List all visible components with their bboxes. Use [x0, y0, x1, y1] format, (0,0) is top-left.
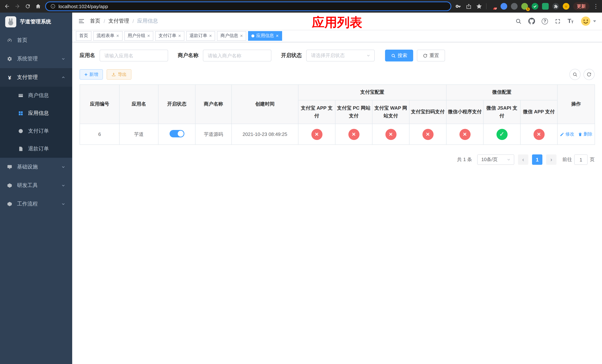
goto-page-input[interactable] — [574, 154, 588, 165]
col-wx-lite: 微信小程序支付 — [446, 100, 483, 124]
browser-actions: 10 1 更新 ⋮ — [455, 2, 598, 10]
toggle-search-button[interactable] — [570, 69, 580, 80]
close-icon[interactable]: × — [276, 33, 279, 38]
sidebar-item-workflow[interactable]: 工作流程 — [0, 195, 72, 213]
sidebar-item-refund-orders[interactable]: 退款订单 — [0, 140, 72, 158]
breadcrumb-separator: / — [133, 18, 134, 24]
reset-button[interactable]: 重置 — [417, 50, 445, 62]
chevron-up-icon — [61, 75, 65, 80]
pagination: 共 1 条 10条/页 ‹ 1 › 前往 页 — [80, 154, 595, 165]
cell-alipay-pc: × — [335, 124, 372, 145]
gear-icon — [7, 56, 13, 62]
status-toggle[interactable] — [169, 130, 184, 137]
prev-page-button[interactable]: ‹ — [518, 154, 528, 165]
sidebar-item-infrastructure[interactable]: 基础设施 — [0, 158, 72, 176]
menu-fold-icon[interactable] — [78, 18, 85, 24]
delete-link[interactable]: 删除 — [578, 131, 592, 137]
close-icon[interactable]: × — [209, 33, 212, 38]
status-select[interactable]: 请选择开启状态 — [306, 50, 375, 62]
browser-update-button[interactable]: 更新 — [573, 2, 589, 10]
close-icon[interactable]: × — [116, 33, 119, 38]
reload-icon[interactable] — [24, 3, 31, 10]
extension-badge: 10 — [493, 7, 497, 10]
extensions-puzzle-icon[interactable] — [552, 3, 559, 10]
goto-prefix: 前往 — [562, 156, 572, 163]
font-size-icon[interactable]: TT — [568, 18, 573, 24]
search-icon — [572, 72, 578, 77]
breadcrumb-home[interactable]: 首页 — [90, 18, 100, 24]
user-avatar[interactable] — [580, 16, 596, 27]
sidebar-item-label: 研发工具 — [17, 182, 57, 189]
tab-user-group[interactable]: 用户分组 × — [124, 31, 153, 41]
page-number-1[interactable]: 1 — [532, 154, 542, 165]
app-logo[interactable]: 芋道管理系统 — [0, 13, 72, 31]
tab-app-info[interactable]: 应用信息 × — [248, 31, 282, 41]
export-button[interactable]: 导出 — [107, 69, 131, 80]
merchant-name-input[interactable] — [203, 50, 271, 62]
pagination-total: 共 1 条 — [457, 156, 472, 163]
tab-payment-orders[interactable]: 支付订单 × — [155, 31, 184, 41]
col-actions: 操作 — [557, 85, 595, 124]
add-button[interactable]: + 新增 — [80, 69, 103, 80]
sidebar-item-label: 支付订单 — [28, 128, 65, 134]
close-icon[interactable]: × — [178, 33, 181, 38]
page-size-select[interactable]: 10条/页 — [477, 154, 514, 165]
tab-refund-orders[interactable]: 退款订单 × — [186, 31, 215, 41]
breadcrumb-payment[interactable]: 支付管理 — [108, 18, 129, 24]
extension-avatar-icon[interactable]: 1 — [521, 3, 528, 10]
toolbar-divider — [486, 3, 486, 9]
url-text[interactable]: localhost:1024/pay/app — [58, 3, 108, 9]
chevron-down-icon — [61, 183, 65, 188]
sidebar-item-merchant-info[interactable]: 商户信息 — [0, 87, 72, 104]
extension-face-icon[interactable] — [563, 3, 570, 10]
app-name-input[interactable] — [100, 50, 168, 62]
sidebar-item-payment-orders[interactable]: 支付订单 — [0, 122, 72, 140]
next-page-button[interactable]: › — [546, 154, 557, 165]
password-key-icon[interactable] — [455, 3, 462, 10]
sidebar-item-home[interactable]: 首页 — [0, 31, 72, 50]
help-icon[interactable]: ? — [542, 18, 548, 24]
status-x-icon: × — [385, 129, 396, 140]
extension-check-icon[interactable] — [532, 3, 538, 10]
share-icon[interactable] — [465, 3, 472, 10]
dashboard-icon — [7, 38, 13, 43]
extension-grid-icon[interactable]: 10 — [490, 3, 497, 10]
tab-label: 首页 — [79, 32, 88, 39]
sidebar-item-label: 支付管理 — [17, 74, 57, 81]
sidebar-item-payment[interactable]: ¥ 支付管理 — [0, 68, 72, 87]
back-icon[interactable] — [4, 3, 10, 10]
search-button[interactable]: 搜索 — [385, 50, 413, 62]
bookmark-star-icon[interactable] — [476, 3, 483, 10]
search-icon — [391, 53, 396, 58]
box-icon — [7, 202, 13, 207]
extension-blue-icon[interactable] — [501, 3, 507, 10]
document-icon — [18, 146, 24, 151]
cell-alipay-app: × — [298, 124, 335, 145]
address-bar[interactable]: localhost:1024/pay/app — [45, 1, 451, 11]
edit-link[interactable]: 修改 — [560, 131, 574, 137]
sidebar-item-dev-tools[interactable]: 研发工具 — [0, 176, 72, 195]
browser-menu-icon[interactable]: ⋮ — [593, 3, 598, 10]
extension-gray-icon[interactable] — [511, 3, 517, 10]
search-icon[interactable] — [515, 18, 522, 24]
status-x-icon: × — [348, 129, 359, 140]
close-icon[interactable]: × — [240, 33, 243, 38]
sidebar-item-app-info[interactable]: 应用信息 — [0, 104, 72, 122]
home-icon[interactable] — [35, 3, 42, 10]
merchant-name-label: 商户名称 — [178, 52, 198, 59]
tab-merchant-info[interactable]: 商户信息 × — [217, 31, 246, 41]
col-group-wechat: 微信配置 — [446, 85, 557, 100]
cell-actions: 修改 删除 — [557, 124, 595, 145]
close-icon[interactable]: × — [147, 33, 150, 38]
tab-process-form[interactable]: 流程表单 × — [93, 31, 122, 41]
status-select-placeholder: 请选择开启状态 — [311, 52, 345, 59]
extension-green-square-icon[interactable] — [542, 3, 549, 10]
refresh-table-button[interactable] — [583, 69, 595, 80]
tab-home[interactable]: 首页 — [76, 31, 91, 41]
forward-icon[interactable] — [14, 3, 21, 10]
site-info-icon[interactable] — [50, 4, 55, 9]
github-icon[interactable] — [528, 18, 535, 24]
fullscreen-icon[interactable] — [555, 18, 561, 24]
sidebar-item-system[interactable]: 系统管理 — [0, 50, 72, 68]
navbar-actions: ? TT — [515, 16, 596, 27]
